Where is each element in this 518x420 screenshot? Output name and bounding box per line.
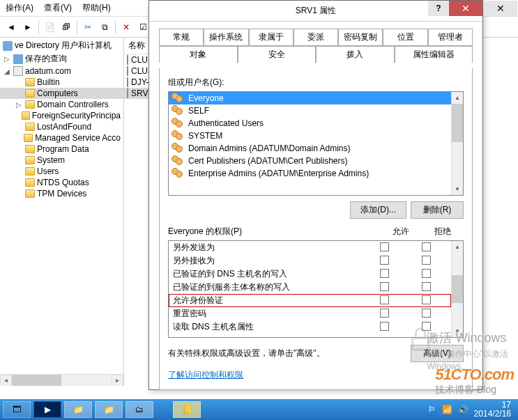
tree-item-managed-service-acco[interactable]: Managed Service Acco bbox=[0, 132, 123, 143]
permission-row[interactable]: 已验证的到 DNS 主机名的写入 bbox=[169, 267, 451, 281]
task-app[interactable]: 📒 bbox=[173, 401, 201, 418]
learn-link[interactable]: 了解访问控制和权限 bbox=[168, 370, 243, 380]
collapse-icon[interactable]: ◢ bbox=[3, 68, 11, 75]
deny-checkbox[interactable] bbox=[422, 309, 431, 318]
group-item[interactable]: Everyone bbox=[169, 92, 451, 104]
allow-checkbox[interactable] bbox=[380, 295, 389, 304]
tree-item-program-data[interactable]: Program Data bbox=[0, 143, 123, 155]
tab-位置[interactable]: 位置 bbox=[383, 29, 427, 46]
vertical-scrollbar[interactable]: ▲ ▼ bbox=[451, 241, 463, 337]
deny-checkbox[interactable] bbox=[422, 242, 431, 251]
dialog-titlebar[interactable]: SRV1 属性 ? ✕ ✕ bbox=[149, 1, 482, 22]
tree-item-computers[interactable]: Computers bbox=[0, 88, 123, 99]
tab-管理者[interactable]: 管理者 bbox=[428, 29, 473, 46]
copy-icon[interactable]: ⧉ bbox=[97, 20, 112, 35]
cut-icon[interactable]: ✂ bbox=[80, 20, 96, 35]
props-icon[interactable]: 🗊 bbox=[59, 20, 74, 35]
tab-密码复制[interactable]: 密码复制 bbox=[338, 29, 383, 46]
tab-对象[interactable]: 对象 bbox=[159, 46, 238, 63]
nav-fwd-icon[interactable]: ► bbox=[20, 20, 36, 35]
delete-icon[interactable]: ✕ bbox=[119, 20, 134, 35]
permission-row[interactable]: 已验证的到服务主体名称的写入 bbox=[169, 281, 451, 294]
outer-close-button[interactable]: ✕ bbox=[484, 1, 517, 16]
tree-item-foreignsecurityprincipa[interactable]: ForeignSecurityPrincipa bbox=[0, 110, 123, 121]
group-item[interactable]: Enterprise Admins (ADATUM\Enterprise Adm… bbox=[169, 167, 451, 180]
deny-checkbox[interactable] bbox=[422, 256, 431, 265]
taskbar[interactable]: 🗔 ▶ 📁 📁 🗂 📒 🏳 📶 🔊 17 2014/2/16 bbox=[0, 399, 518, 420]
menu-view[interactable]: 查看(V) bbox=[44, 2, 72, 14]
tree-item-users[interactable]: Users bbox=[0, 166, 123, 177]
task-server-manager[interactable]: 🗔 bbox=[3, 401, 31, 418]
scroll-thumb[interactable] bbox=[452, 275, 463, 303]
allow-checkbox[interactable] bbox=[380, 256, 389, 265]
tree-domain[interactable]: ◢adatum.com bbox=[0, 65, 123, 77]
deny-checkbox[interactable] bbox=[422, 282, 431, 291]
group-item[interactable]: Authenticated Users bbox=[169, 117, 451, 130]
allow-checkbox[interactable] bbox=[380, 242, 389, 251]
scroll-down-icon[interactable]: ▼ bbox=[452, 325, 463, 337]
tab-委派[interactable]: 委派 bbox=[294, 29, 338, 46]
tray-sound-icon[interactable]: 🔊 bbox=[458, 405, 469, 414]
tab-常规[interactable]: 常规 bbox=[159, 29, 204, 46]
tree-saved-queries[interactable]: ▷保存的查询 bbox=[0, 52, 123, 65]
horizontal-scrollbar[interactable]: ◄ ► bbox=[0, 374, 123, 386]
list-item[interactable]: SRV1 bbox=[124, 88, 152, 99]
list-item[interactable]: CLUST bbox=[124, 54, 152, 65]
group-item[interactable]: Cert Publishers (ADATUM\Cert Publishers) bbox=[169, 155, 451, 167]
tray-flag-icon[interactable]: 🏳 bbox=[428, 405, 436, 414]
help-button[interactable]: ? bbox=[428, 1, 449, 16]
scroll-thumb[interactable] bbox=[12, 375, 61, 386]
list-item[interactable]: CLUST bbox=[124, 65, 152, 77]
allow-checkbox[interactable] bbox=[380, 282, 389, 291]
expand-icon[interactable]: ▷ bbox=[3, 55, 11, 63]
tab-安全[interactable]: 安全 bbox=[238, 46, 317, 63]
scroll-left-icon[interactable]: ◄ bbox=[0, 375, 12, 386]
task-explorer2[interactable]: 📁 bbox=[95, 401, 123, 418]
tree-item-system[interactable]: System bbox=[0, 155, 123, 166]
tab-属性编辑器[interactable]: 属性编辑器 bbox=[395, 46, 473, 63]
allow-checkbox[interactable] bbox=[380, 269, 389, 278]
menu-operate[interactable]: 操作(A) bbox=[6, 2, 33, 14]
scroll-thumb[interactable] bbox=[452, 104, 463, 142]
list-item[interactable]: DJY-W bbox=[124, 77, 152, 88]
group-item[interactable]: Domain Admins (ADATUM\Domain Admins) bbox=[169, 142, 451, 155]
permission-row[interactable]: 重置密码 bbox=[169, 307, 451, 320]
menu-help[interactable]: 帮助(H) bbox=[82, 2, 111, 14]
tree-item-lostandfound[interactable]: LostAndFound bbox=[0, 121, 123, 132]
nav-back-icon[interactable]: ◄ bbox=[3, 20, 19, 35]
group-item[interactable]: SELF bbox=[169, 104, 451, 117]
task-explorer[interactable]: 📁 bbox=[64, 401, 92, 418]
tab-隶属于[interactable]: 隶属于 bbox=[249, 29, 294, 46]
allow-checkbox[interactable] bbox=[380, 322, 389, 331]
task-admc[interactable]: 🗂 bbox=[125, 401, 153, 418]
tab-操作系统[interactable]: 操作系统 bbox=[204, 29, 248, 46]
group-item[interactable]: SYSTEM bbox=[169, 130, 451, 142]
tree-item-tpm-devices[interactable]: TPM Devices bbox=[0, 188, 123, 199]
tab-拨入[interactable]: 拨入 bbox=[316, 46, 395, 63]
deny-checkbox[interactable] bbox=[422, 269, 431, 278]
scroll-up-icon[interactable]: ▲ bbox=[452, 241, 463, 253]
tray-date[interactable]: 2014/2/16 bbox=[474, 410, 511, 419]
task-powershell[interactable]: ▶ bbox=[33, 401, 61, 418]
close-button[interactable]: ✕ bbox=[449, 1, 482, 16]
deny-checkbox[interactable] bbox=[422, 295, 431, 304]
vertical-scrollbar[interactable]: ▲ ▼ bbox=[451, 92, 463, 195]
expand-icon[interactable]: ▷ bbox=[15, 101, 23, 109]
tree-item-ntds-quotas[interactable]: NTDS Quotas bbox=[0, 177, 123, 188]
scroll-right-icon[interactable]: ► bbox=[112, 375, 123, 386]
permission-row[interactable]: 另外发送为 bbox=[169, 241, 451, 254]
add-button[interactable]: 添加(D)... bbox=[350, 201, 406, 219]
list-header-name[interactable]: 名称 bbox=[124, 38, 152, 54]
permission-row[interactable]: 允许身份验证 bbox=[169, 294, 451, 307]
scroll-down-icon[interactable]: ▼ bbox=[452, 183, 463, 195]
allow-checkbox[interactable] bbox=[380, 309, 389, 318]
permission-row[interactable]: 另外接收为 bbox=[169, 254, 451, 267]
remove-button[interactable]: 删除(R) bbox=[411, 201, 464, 219]
tray-network-icon[interactable]: 📶 bbox=[442, 405, 452, 414]
tree-item-builtin[interactable]: Builtin bbox=[0, 77, 123, 88]
system-tray[interactable]: 🏳 📶 🔊 17 2014/2/16 bbox=[428, 400, 515, 419]
scroll-up-icon[interactable]: ▲ bbox=[452, 92, 463, 104]
tree-item-domain-controllers[interactable]: ▷Domain Controllers bbox=[0, 99, 123, 110]
groups-listbox[interactable]: EveryoneSELFAuthenticated UsersSYSTEMDom… bbox=[168, 91, 464, 196]
tree-root[interactable]: ve Directory 用户和计算机 bbox=[0, 39, 123, 52]
